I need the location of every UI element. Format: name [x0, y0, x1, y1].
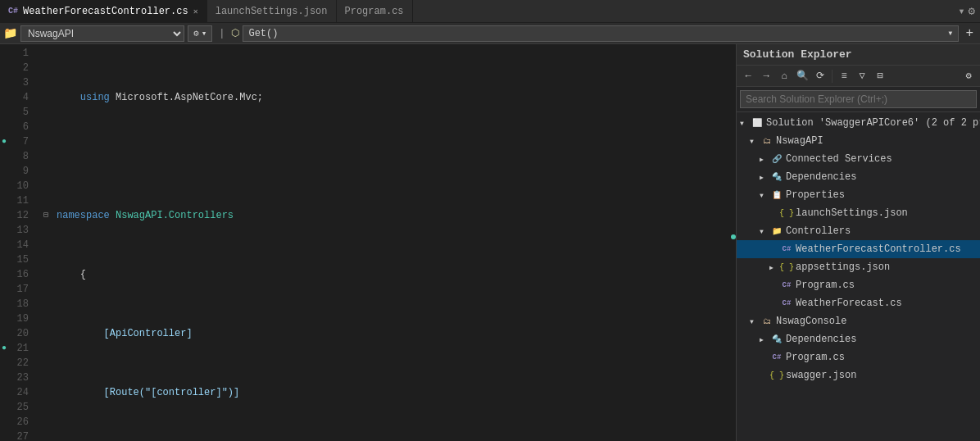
tab-close-btn[interactable]: ✕	[193, 7, 198, 16]
appsettings-label: appsettings.json	[796, 261, 890, 273]
code-line-5: [ApiController]	[43, 326, 724, 341]
deps-console-label: Dependencies	[786, 334, 856, 345]
json-icon: { }	[780, 207, 793, 220]
csharp-icon: C#	[780, 243, 793, 256]
json-icon: { }	[780, 261, 793, 274]
se-launchsettings[interactable]: { } launchSettings.json	[737, 204, 980, 222]
main-area: ● ● 12345 678910 1112131415 1617181920 2…	[0, 44, 980, 441]
se-props-btn[interactable]: ≡	[836, 68, 852, 84]
code-line-4: {	[43, 267, 724, 282]
solution-explorer-title: Solution Explorer	[743, 48, 852, 61]
tab-label: launchSettings.json	[216, 6, 328, 17]
services-label: Connected Services	[786, 153, 892, 165]
tab-launchsettings[interactable]: launchSettings.json	[207, 0, 337, 22]
se-search-input[interactable]	[740, 90, 977, 108]
json-icon: { }	[770, 369, 783, 382]
props-icon: 📋	[770, 189, 783, 202]
line-numbers: ● ● 12345 678910 1112131415 1617181920 2…	[0, 44, 37, 441]
solution-icon: ⬜	[751, 116, 764, 130]
se-swagger-json[interactable]: { } swagger.json	[737, 366, 980, 384]
se-settings-btn[interactable]: ⚙	[960, 68, 977, 84]
se-forward-btn[interactable]: →	[758, 68, 774, 84]
solution-explorer-header: Solution Explorer	[737, 44, 980, 66]
expand-icon	[740, 120, 748, 127]
wfc-label: WeatherForecastController.cs	[796, 243, 961, 255]
swagger-label: swagger.json	[786, 370, 856, 381]
method-display: Get() ▾	[243, 25, 959, 42]
tab-weatherforecastcontroller[interactable]: C# WeatherForecastController.cs ✕	[0, 0, 207, 22]
csharp-icon: C#	[780, 297, 793, 310]
dropdown-icon[interactable]: ▾	[958, 4, 964, 18]
tab-bar: C# WeatherForecastController.cs ✕ launch…	[0, 0, 980, 23]
se-properties[interactable]: 📋 Properties	[737, 186, 980, 204]
se-solution-root[interactable]: ⬜ Solution 'SwaggerAPICore6' (2 of 2 pro…	[737, 114, 980, 132]
controllers-label: Controllers	[786, 225, 851, 237]
project-icon: 🗂	[760, 134, 774, 148]
se-controllers-folder[interactable]: 📁 Controllers	[737, 222, 980, 240]
se-deps-console[interactable]: 🔩 Dependencies	[737, 330, 980, 348]
code-line-6: [Route("[controller]")]	[43, 385, 724, 400]
se-search-btn[interactable]: 🔍	[794, 68, 810, 84]
se-project-nswagapi[interactable]: 🗂 NswagAPI	[737, 132, 980, 150]
folder-icon: 📁	[770, 225, 783, 238]
se-filter-btn[interactable]: ▽	[854, 68, 870, 84]
gutter-mark	[731, 234, 736, 239]
code-content[interactable]: using Microsoft.AspNetCore.Mvc; ⊟ namesp…	[37, 44, 724, 441]
se-weatherforecast[interactable]: C# WeatherForecast.cs	[737, 294, 980, 312]
se-program-nswagapi[interactable]: C# Program.cs	[737, 276, 980, 294]
settings-btn[interactable]: ⚙ ▾	[188, 25, 212, 42]
code-text: using Microsoft.AspNetCore.Mvc;	[57, 90, 724, 105]
se-tree: ⬜ Solution 'SwaggerAPICore6' (2 of 2 pro…	[737, 112, 980, 441]
se-sync-btn[interactable]: ⟳	[812, 68, 828, 84]
expand-icon	[750, 138, 758, 145]
expand-icon	[750, 318, 758, 325]
expand-icon	[760, 174, 768, 181]
code-container[interactable]: ● ● 12345 678910 1112131415 1617181920 2…	[0, 44, 736, 441]
project-icon: 🗂	[760, 315, 774, 328]
tab-actions: ▾ ⚙	[953, 4, 980, 18]
code-line-2	[43, 149, 724, 164]
expand-icon	[760, 228, 768, 235]
expand-icon	[760, 336, 768, 343]
wf-label: WeatherForecast.cs	[796, 298, 902, 309]
se-search-area	[737, 87, 980, 112]
se-home-btn[interactable]: ⌂	[776, 68, 792, 84]
arrow-icon: ▾	[202, 28, 207, 39]
gear-icon: ⚙	[193, 28, 199, 39]
launchsettings-label: launchSettings.json	[796, 207, 908, 219]
app-container: C# WeatherForecastController.cs ✕ launch…	[0, 0, 980, 441]
se-dependencies[interactable]: 🔩 Dependencies	[737, 168, 980, 186]
project-select[interactable]: NswagAPI	[20, 25, 184, 42]
tab-program[interactable]: Program.cs	[337, 0, 413, 22]
deps-icon: 🔩	[770, 333, 783, 346]
method-dropdown-icon[interactable]: ▾	[947, 27, 953, 39]
csharp-icon: C#	[780, 279, 793, 292]
settings-icon[interactable]: ⚙	[969, 4, 975, 18]
se-project-nswagconsole[interactable]: 🗂 NswagConsole	[737, 312, 980, 330]
code-line-1: using Microsoft.AspNetCore.Mvc;	[43, 90, 724, 105]
se-connected-services[interactable]: 🔗 Connected Services	[737, 150, 980, 168]
se-toolbar: ← → ⌂ 🔍 ⟳ ≡ ▽ ⊟ ⚙	[737, 66, 980, 87]
editor-area: ● ● 12345 678910 1112131415 1617181920 2…	[0, 44, 736, 441]
props-label: Properties	[786, 189, 845, 201]
add-btn[interactable]: +	[962, 26, 977, 41]
expand-icon	[769, 264, 778, 271]
se-collapse-btn[interactable]: ⊟	[872, 68, 888, 84]
separator	[832, 70, 833, 83]
editor-scrollbar[interactable]	[724, 44, 736, 441]
se-weatherforecastcontroller[interactable]: C# WeatherForecastController.cs	[737, 240, 980, 258]
method-icon: ⬡	[231, 27, 239, 39]
breakpoint-indicator: ●	[2, 134, 7, 149]
csharp-icon: C#	[770, 351, 783, 364]
tab-label: Program.cs	[345, 6, 404, 17]
expand-icon	[760, 192, 768, 199]
se-back-btn[interactable]: ←	[740, 68, 756, 84]
se-appsettings[interactable]: { } appsettings.json	[737, 258, 980, 276]
solution-label: Solution 'SwaggerAPICore6' (2 of 2 proje…	[766, 117, 980, 129]
expand-icon	[43, 90, 57, 105]
expand-icon	[760, 156, 768, 163]
solution-explorer: Solution Explorer ← → ⌂ 🔍 ⟳ ≡ ▽ ⊟ ⚙	[736, 44, 980, 441]
deps-icon: 🔩	[770, 170, 783, 184]
se-program-console[interactable]: C# Program.cs	[737, 348, 980, 366]
program-console-label: Program.cs	[786, 352, 845, 363]
